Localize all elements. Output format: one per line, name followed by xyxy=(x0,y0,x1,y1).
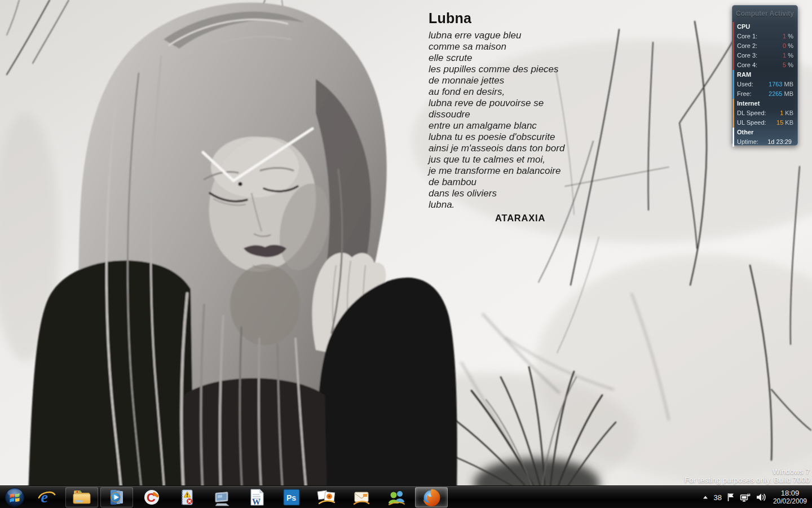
folder-icon xyxy=(72,488,92,506)
taskbar-item-photoshop[interactable]: Ps xyxy=(275,487,308,507)
word-icon: W xyxy=(248,488,266,507)
watermark-line1: Windows 7 xyxy=(685,467,810,476)
poem-line: elle scrute xyxy=(429,52,677,64)
row-label: Core 3: xyxy=(737,51,757,60)
svg-text:Ps: Ps xyxy=(286,493,296,502)
firefox-icon xyxy=(421,487,442,507)
clock-date: 20/02/2009 xyxy=(773,497,807,505)
poem-line: je me transforme en balancoire xyxy=(429,165,677,177)
clock-time: 18:09 xyxy=(773,489,807,497)
desktop: Lubna lubna erre vague bleu comme sa mai… xyxy=(0,0,812,508)
taskbar-item-internet-explorer[interactable]: e xyxy=(30,487,63,507)
taskbar-item-desktop-gadgets[interactable] xyxy=(205,487,238,507)
poem-line: dans les oliviers xyxy=(429,188,677,199)
poem-line: au fond en desirs, xyxy=(429,86,677,98)
internet-explorer-icon: e xyxy=(37,488,56,507)
poem-line: les pupilles comme des pieces xyxy=(429,64,677,75)
row-label: Core 2: xyxy=(737,41,757,51)
volume-icon[interactable] xyxy=(756,492,767,502)
svg-text:e: e xyxy=(41,488,48,506)
row-value: 1d 23:29 xyxy=(767,137,793,147)
watermark-line2: For testing purposes only. Build 7000 xyxy=(685,476,810,484)
row-label: Core 1: xyxy=(737,32,757,41)
poem-line: comme sa maison xyxy=(429,41,677,52)
messenger-icon xyxy=(387,488,406,506)
row-value: 1KB xyxy=(780,108,793,118)
row-label: Used: xyxy=(737,80,753,89)
poem-line: de monnaie jettes xyxy=(429,75,677,86)
taskbar: e xyxy=(0,485,812,508)
row-value: 5% xyxy=(783,60,793,70)
row-value: 2265MB xyxy=(769,89,793,99)
system-tray: 38 xyxy=(702,486,811,508)
section-header: Internet xyxy=(737,99,793,108)
poem-signature: ATARAXIA xyxy=(495,213,677,224)
taskbar-item-word[interactable]: W xyxy=(240,487,273,507)
photo-gallery-icon xyxy=(316,488,337,506)
poem-line: entre un amalgame blanc xyxy=(429,120,677,132)
gadget-title: Computer Activity xyxy=(732,6,797,22)
gadget-section-cpu: CPU Core 1: 1% Core 2: 0% Core 3: 1% Cor… xyxy=(732,22,797,70)
gadget-row: Free: 2265MB xyxy=(737,89,793,99)
gadget-row: UL Speed: 15KB xyxy=(737,118,793,128)
gadget-row: Used: 1763MB xyxy=(737,80,793,89)
row-label: Core 4: xyxy=(737,60,757,70)
gadget-row: Core 3: 1% xyxy=(737,51,793,60)
taskbar-item-windows-media-player[interactable] xyxy=(100,487,133,507)
computer-activity-gadget[interactable]: Computer Activity CPU Core 1: 1% Core 2:… xyxy=(732,5,798,146)
row-label: Uptime: xyxy=(737,137,758,147)
notebook-warning-icon xyxy=(178,488,196,507)
chevron-up-icon xyxy=(702,494,709,501)
taskbar-item-photo-gallery[interactable] xyxy=(310,487,343,507)
windows-orb-icon xyxy=(4,487,25,508)
row-label: UL Speed: xyxy=(737,118,766,128)
row-value: 15KB xyxy=(776,118,793,128)
taskbar-item-ccleaner[interactable]: C xyxy=(135,487,168,507)
gadget-row: Core 2: 0% xyxy=(737,41,793,51)
taskbar-item-live-messenger[interactable] xyxy=(380,487,413,507)
start-button[interactable] xyxy=(0,486,29,508)
wallpaper xyxy=(0,0,812,508)
gadget-row: Core 1: 1% xyxy=(737,32,793,41)
row-value: 0% xyxy=(783,41,793,51)
gadget-section-ram: RAM Used: 1763MB Free: 2265MB xyxy=(732,70,797,99)
poem: Lubna lubna erre vague bleu comme sa mai… xyxy=(429,10,677,224)
row-label: Free: xyxy=(737,89,752,99)
row-value: 1763MB xyxy=(769,80,793,89)
poem-title: Lubna xyxy=(429,10,677,27)
display-gadget-icon xyxy=(212,488,231,506)
row-value: 1% xyxy=(783,32,793,41)
gadget-row: Uptime: 1d 23:29 xyxy=(737,137,793,147)
section-header: RAM xyxy=(737,70,793,80)
svg-text:W: W xyxy=(252,497,261,506)
section-header: CPU xyxy=(737,22,793,32)
taskbar-item-live-mail[interactable] xyxy=(345,487,378,507)
taskbar-item-log-viewer[interactable] xyxy=(170,487,203,507)
poem-line: de bambou xyxy=(429,177,677,188)
taskbar-item-windows-explorer[interactable] xyxy=(65,487,98,507)
section-header: Other xyxy=(737,128,793,137)
tray-overflow-button[interactable] xyxy=(702,494,709,501)
media-player-icon xyxy=(107,488,126,507)
taskbar-item-firefox[interactable] xyxy=(415,487,448,507)
gadget-section-internet: Internet DL Speed: 1KB UL Speed: 15KB xyxy=(732,99,797,128)
row-label: DL Speed: xyxy=(737,108,766,118)
taskbar-buttons: e xyxy=(0,486,449,508)
poem-line: jus que tu te calmes et moi, xyxy=(429,154,677,165)
poem-line: lubna. xyxy=(429,199,677,211)
build-watermark: Windows 7 For testing purposes only. Bui… xyxy=(685,467,810,484)
action-center-flag-icon[interactable] xyxy=(726,492,735,502)
gadget-row: Core 4: 5% xyxy=(737,60,793,70)
poem-line: lubna tu es poesie d'obscurite xyxy=(429,132,677,143)
row-value: 1% xyxy=(783,51,793,60)
photoshop-icon: Ps xyxy=(283,488,301,506)
network-icon[interactable] xyxy=(740,492,751,502)
poem-line: lubna erre vague bleu xyxy=(429,30,677,41)
tray-badge[interactable]: 38 xyxy=(713,493,721,502)
gadget-section-other: Other Uptime: 1d 23:29 xyxy=(732,128,797,147)
clock[interactable]: 18:09 20/02/2009 xyxy=(773,489,811,505)
poem-line: dissoudre xyxy=(429,109,677,120)
ccleaner-icon: C xyxy=(142,488,161,507)
poem-line: lubna reve de pouvoirse se xyxy=(429,98,677,109)
poem-line: ainsi je m'asseois dans ton bord xyxy=(429,143,677,154)
